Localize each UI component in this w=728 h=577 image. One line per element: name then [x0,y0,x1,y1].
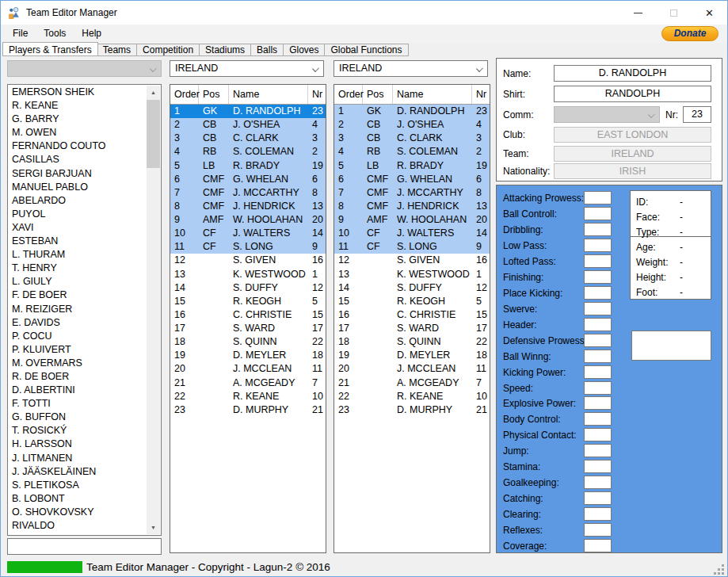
table-row[interactable]: 9AMFW. HOOLAHAN20 [334,213,490,227]
stat-input[interactable] [584,365,612,379]
list-item[interactable]: J. LITMANEN [8,452,147,465]
stat-input[interactable] [584,334,612,347]
stat-input[interactable] [584,191,612,204]
list-item[interactable]: SERGI BARJUAN [8,167,147,181]
stat-input[interactable] [584,491,612,505]
table-row[interactable]: 9AMFW. HOOLAHAN20 [170,213,326,227]
table-row[interactable]: 8CMFJ. HENDRICK13 [334,200,490,213]
tab-teams[interactable]: Teams [97,44,137,56]
table-row[interactable]: 21A. MCGEADY7 [334,376,490,390]
table-row[interactable]: 23D. MURPHY21 [334,403,490,417]
table-row[interactable]: 15R. KEOGH5 [334,295,490,308]
stat-input[interactable] [584,223,612,236]
table-row[interactable]: 20J. MCCLEAN11 [334,362,490,376]
list-item[interactable]: P. COCU [8,330,147,343]
table-row[interactable]: 23D. MURPHY21 [170,403,326,417]
table-row[interactable]: 13K. WESTWOOD1 [170,268,326,281]
list-item[interactable]: RONALDINHO [8,533,147,536]
stat-input[interactable] [584,428,612,441]
name-field[interactable]: D. RANDOLPH [554,65,711,82]
stat-input[interactable] [584,350,612,363]
stat-input[interactable] [584,412,612,426]
list-item[interactable]: ABELARDO [8,194,147,208]
list-item[interactable]: ESTEBAN [8,235,147,248]
resize-grip[interactable] [715,565,724,575]
table-row[interactable]: 1GKD. RANDOLPH23 [334,105,490,118]
table-row[interactable]: 15R. KEOGH5 [170,295,326,308]
table-row[interactable]: 14S. DUFFY12 [334,281,490,295]
stat-input[interactable] [584,507,612,521]
table-row[interactable]: 6CMFG. WHELAN6 [170,173,326,186]
stat-input[interactable] [584,239,612,252]
table-row[interactable]: 2CBJ. O'SHEA4 [170,118,326,132]
list-item[interactable]: B. LOBONT [8,492,147,506]
close-button[interactable]: ✕ [692,1,727,25]
table-row[interactable]: 7CMFJ. MCCARTHY8 [334,186,490,200]
list-item[interactable]: L. THURAM [8,248,147,262]
list-item[interactable]: M. REIZIGER [8,303,147,316]
list-item[interactable]: CASILLAS [8,153,147,166]
table-row[interactable]: 11CFS. LONG9 [170,240,326,254]
table-row[interactable]: 12S. GIVEN16 [170,254,326,267]
menu-item-tools[interactable]: Tools [36,25,74,42]
stat-input[interactable] [584,286,612,300]
list-item[interactable]: P. KLUIVERT [8,343,147,357]
list-item[interactable]: D. ALBERTINI [8,384,147,397]
table-row[interactable]: 13K. WESTWOOD1 [334,268,490,281]
list-item[interactable]: J. JÄÄSKELÄINEN [8,465,147,479]
scrollbar-thumb[interactable] [147,100,160,168]
table-row[interactable]: 19D. MEYLER18 [334,349,490,362]
list-item[interactable]: M. OVERMARS [8,357,147,370]
table-row[interactable]: 6CMFG. WHELAN6 [334,173,490,186]
shirt-field[interactable]: RANDOLPH [554,86,711,102]
menu-item-help[interactable]: Help [74,25,109,42]
table-row[interactable]: 22R. KEANE10 [334,390,490,403]
table-row[interactable]: 4RBS. COLEMAN2 [334,145,490,159]
team-select-right[interactable]: IRELAND [334,60,488,77]
list-item[interactable]: O. SHOVKOVSKY [8,506,147,519]
table-row[interactable]: 16C. CHRISTIE15 [170,308,326,322]
table-row[interactable]: 21A. MCGEADY7 [170,376,326,390]
table-row[interactable]: 16C. CHRISTIE15 [334,308,490,322]
team-select-left[interactable]: IRELAND [170,60,324,77]
table-row[interactable]: 14S. DUFFY12 [170,281,326,295]
table-row[interactable]: 20J. MCCLEAN11 [170,362,326,376]
player-list-scrollbar[interactable]: ▲ ▼ [147,86,160,534]
table-row[interactable]: 17S. WARD17 [170,322,326,335]
tab-gloves[interactable]: Gloves [284,44,325,56]
list-item[interactable]: R. KEANE [8,99,147,113]
list-item[interactable]: MANUEL PABLO [8,181,147,194]
list-item[interactable]: XAVI [8,221,147,235]
stat-input[interactable] [584,302,612,315]
stat-input[interactable] [584,254,612,268]
list-item[interactable]: E. DAVIDS [8,316,147,330]
list-item[interactable]: F. TOTTI [8,397,147,411]
list-item[interactable]: T. HENRY [8,262,147,275]
tab-stadiums[interactable]: Stadiums [200,44,251,56]
list-item[interactable]: S. PLETIKOSA [8,479,147,492]
tab-global-functions[interactable]: Global Functions [325,44,408,56]
list-item[interactable]: G. BUFFON [8,411,147,424]
table-row[interactable]: 18S. QUINN22 [170,335,326,349]
table-row[interactable]: 2CBJ. O'SHEA4 [334,118,490,132]
table-row[interactable]: 17S. WARD17 [334,322,490,335]
list-item[interactable]: R. DE BOER [8,370,147,384]
stat-input[interactable] [584,460,612,473]
stat-input[interactable] [584,523,612,537]
table-row[interactable]: 19D. MEYLER18 [170,349,326,362]
list-item[interactable]: PUYOL [8,208,147,221]
stat-input[interactable] [584,270,612,284]
scroll-down-icon[interactable]: ▼ [147,521,160,534]
list-item[interactable]: H. LARSSON [8,438,147,451]
table-row[interactable]: 10CFJ. WALTERS14 [334,227,490,240]
list-item[interactable]: RIVALDO [8,519,147,533]
table-row[interactable]: 8CMFJ. HENDRICK13 [170,200,326,213]
table-row[interactable]: 22R. KEANE10 [170,390,326,403]
stat-input[interactable] [584,396,612,410]
table-row[interactable]: 3CBC. CLARK3 [170,132,326,145]
list-item[interactable]: M. OWEN [8,126,147,139]
table-row[interactable]: 4RBS. COLEMAN2 [170,145,326,159]
list-item[interactable]: F. DE BOER [8,288,147,302]
table-row[interactable]: 10CFJ. WALTERS14 [170,227,326,240]
table-row[interactable]: 5LBR. BRADY19 [170,159,326,173]
